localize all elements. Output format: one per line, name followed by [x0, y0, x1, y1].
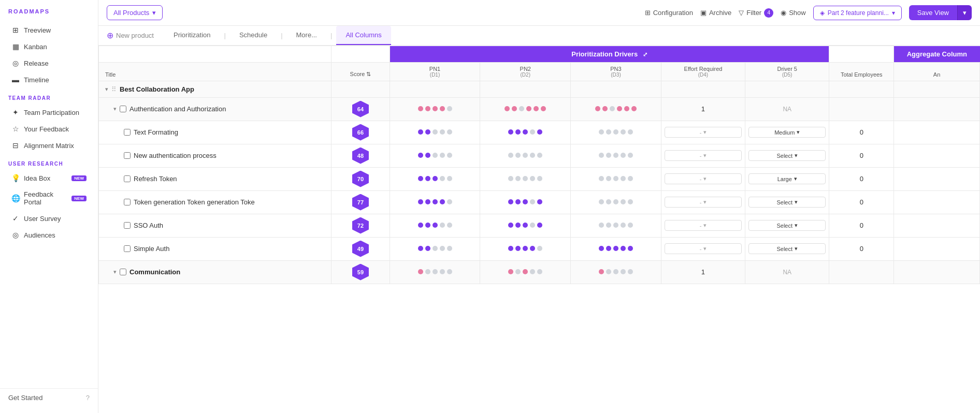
dot — [425, 153, 430, 158]
score-badge: 48 — [352, 148, 369, 164]
row-checkbox[interactable] — [124, 222, 131, 229]
team-participation-icon: ✦ — [11, 108, 20, 116]
row-checkbox[interactable] — [124, 129, 131, 136]
chevron-down-icon: ▾ — [795, 152, 798, 159]
chevron-down-icon: ▾ — [795, 199, 798, 205]
dot — [418, 199, 423, 204]
dot — [621, 176, 626, 181]
driver5-select[interactable]: Select ▾ — [748, 220, 826, 231]
sidebar-item-release[interactable]: ◎ Release — [3, 55, 95, 71]
filter-btn[interactable]: ▽ Filter 4 — [739, 8, 773, 18]
sidebar-item-team-participation[interactable]: ✦ Team Participation — [3, 105, 95, 120]
collapse-chevron[interactable]: ▾ — [113, 106, 117, 112]
sidebar-item-treeview[interactable]: ⊞ Treeview — [3, 22, 95, 38]
dot — [515, 199, 521, 204]
row-checkbox[interactable] — [124, 152, 131, 159]
driver5-select[interactable]: Large ▾ — [748, 173, 826, 184]
tab-schedule[interactable]: Schedule — [230, 26, 277, 45]
driver5-select[interactable]: Medium ▾ — [748, 127, 826, 138]
dot — [530, 129, 535, 135]
chevron-down-icon: ▾ — [703, 245, 707, 252]
toolbar-actions: ⊞ Configuration ▣ Archive ▽ Filter 4 ◉ S… — [645, 5, 972, 20]
comm-checkbox[interactable] — [120, 269, 126, 275]
expand-icon[interactable]: ⤢ — [643, 51, 647, 57]
sidebar-item-alignment-matrix[interactable]: ⊟ Alignment Matrix — [3, 138, 95, 153]
save-view-arrow-button[interactable]: ▾ — [957, 5, 972, 20]
plan-dropdown[interactable]: ◈ Part 2 feature planni... ▾ — [813, 6, 902, 20]
aggregate-column-header: Aggregate Column — [894, 46, 980, 63]
dot — [613, 153, 618, 158]
score-badge: 72 — [352, 217, 369, 234]
effort-select[interactable]: - ▾ — [665, 197, 742, 208]
effort-select[interactable]: - ▾ — [665, 150, 742, 161]
effort-select[interactable]: - ▾ — [665, 173, 742, 184]
dot — [418, 153, 423, 158]
dot — [613, 269, 618, 274]
dot — [631, 106, 637, 111]
dot — [523, 269, 528, 274]
dot — [515, 129, 521, 135]
get-started-label: Get Started — [8, 394, 42, 402]
dot — [512, 106, 517, 111]
show-btn[interactable]: ◉ Show — [781, 9, 806, 17]
tab-prioritization[interactable]: Prioritization — [164, 26, 220, 45]
effort-select[interactable]: - ▾ — [665, 243, 742, 254]
dot — [613, 223, 618, 228]
dot — [418, 106, 423, 111]
sidebar-item-timeline[interactable]: ▬ Timeline — [3, 72, 95, 87]
save-view-button[interactable]: Save View — [909, 5, 957, 20]
dot — [621, 246, 626, 251]
group-row: ▾ Communication 59 1 NA — [99, 260, 980, 284]
dot — [440, 223, 445, 228]
sidebar-item-your-feedback[interactable]: ☆ Your Feedback — [3, 121, 95, 137]
dot — [610, 106, 615, 111]
idea-box-badge: NEW — [71, 175, 87, 181]
sidebar-item-feedback-portal[interactable]: 🌐 Feedback Portal NEW — [3, 187, 95, 210]
driver5-select[interactable]: Select ▾ — [748, 243, 826, 254]
drag-icon: ⠿ — [111, 85, 117, 93]
tab-more[interactable]: More... — [287, 26, 326, 45]
dot — [530, 153, 535, 158]
sidebar-item-idea-box[interactable]: 💡 Idea Box NEW — [3, 170, 95, 186]
dot — [515, 153, 521, 158]
product-dropdown[interactable]: All Products ▾ — [107, 5, 163, 20]
collapse-chevron[interactable]: ▾ — [105, 86, 108, 93]
chevron-down-icon: ▾ — [703, 152, 707, 159]
get-started[interactable]: Get Started ? — [0, 388, 98, 407]
dot — [621, 223, 626, 228]
dot — [515, 176, 521, 181]
dot — [606, 129, 611, 135]
column-sub-headers: Title Score ⇅ PN1 (D1) PN2 (D2) — [99, 62, 980, 81]
auth-checkbox[interactable] — [120, 106, 126, 112]
auth-title-cell: ▾ Authentication and Authorization — [99, 101, 331, 117]
sidebar-item-user-survey[interactable]: ✓ User Survey — [3, 211, 95, 226]
dot — [440, 106, 445, 111]
new-product-btn[interactable]: ⊕ New product — [107, 26, 154, 45]
dot — [613, 176, 618, 181]
row-checkbox[interactable] — [124, 199, 131, 205]
effort-select[interactable]: - ▾ — [665, 220, 742, 231]
dot — [628, 223, 633, 228]
dot — [530, 246, 535, 251]
main-content: All Products ▾ ⊞ Configuration ▣ Archive… — [98, 0, 980, 413]
dot — [530, 199, 535, 204]
treeview-icon: ⊞ — [11, 26, 20, 34]
sidebar-item-audiences[interactable]: ◎ Audiences — [3, 227, 95, 243]
sidebar-item-kanban[interactable]: ▦ Kanban — [3, 39, 95, 54]
archive-btn[interactable]: ▣ Archive — [700, 9, 731, 17]
configuration-btn[interactable]: ⊞ Configuration — [645, 9, 693, 17]
dot — [433, 223, 438, 228]
dot — [425, 129, 430, 135]
driver5-select[interactable]: Select ▾ — [748, 150, 826, 161]
dot — [628, 129, 633, 135]
collapse-chevron[interactable]: ▾ — [113, 269, 117, 275]
sort-icon[interactable]: ⇅ — [366, 71, 371, 77]
dot — [418, 246, 423, 251]
row-checkbox[interactable] — [124, 175, 131, 182]
tab-all-columns[interactable]: All Columns — [336, 26, 391, 45]
effort-select[interactable]: - ▾ — [665, 127, 742, 138]
dot — [606, 269, 611, 274]
driver5-select[interactable]: Select ▾ — [748, 197, 826, 208]
dot — [537, 246, 542, 251]
row-checkbox[interactable] — [124, 245, 131, 252]
